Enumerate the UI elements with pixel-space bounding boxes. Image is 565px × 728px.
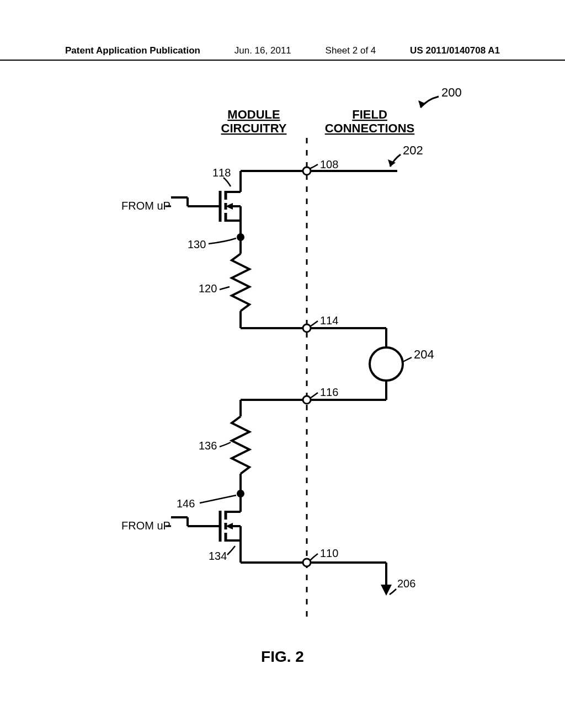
- ref-206-text: 206: [397, 577, 415, 590]
- device-204: 204: [370, 347, 434, 400]
- ref-202-text: 202: [403, 143, 423, 157]
- terminal-108: 108 202: [303, 143, 423, 175]
- svg-line-22: [220, 287, 230, 290]
- resistor-120: 120: [199, 237, 249, 328]
- from-up-2-text: FROM uP: [121, 520, 170, 532]
- circuit-diagram: MODULE CIRCUITRY FIELD CONNECTIONS 200 1…: [0, 66, 565, 645]
- ref-204-text: 204: [414, 347, 434, 361]
- ref-114-text: 114: [320, 314, 338, 326]
- ref-108-text: 108: [320, 158, 338, 170]
- ref-110-text: 110: [320, 547, 338, 559]
- ref-116-text: 116: [320, 386, 338, 398]
- svg-point-24: [303, 324, 311, 332]
- svg-point-27: [370, 347, 403, 381]
- svg-point-50: [303, 559, 311, 566]
- svg-point-30: [303, 396, 311, 404]
- field-connections-line1: FIELD: [352, 108, 387, 121]
- header-sheet: Sheet 2 of 4: [326, 45, 376, 56]
- terminal-110: 110: [241, 547, 386, 566]
- ref-120-text: 120: [199, 282, 217, 295]
- module-circuitry-line2: CIRCUITRY: [221, 121, 287, 135]
- ref-202: 202: [388, 143, 423, 167]
- fet-118: 118: [171, 167, 241, 237]
- header-pubno: US 2011/0140708 A1: [410, 45, 500, 56]
- field-connections-line2: CONNECTIONS: [325, 121, 415, 135]
- header-publication: Patent Application Publication: [65, 45, 200, 56]
- ref-200: 200: [418, 85, 462, 108]
- figure-area: MODULE CIRCUITRY FIELD CONNECTIONS 200 1…: [0, 66, 565, 645]
- ref-134-text: 134: [209, 550, 227, 562]
- ref-118-text: 118: [212, 167, 231, 179]
- ground-206: 206: [381, 563, 415, 596]
- heading-field-connections: FIELD CONNECTIONS: [325, 108, 415, 135]
- ref-200-text: 200: [441, 85, 462, 99]
- node-130: 130: [188, 233, 244, 250]
- from-up-1: FROM uP: [121, 200, 171, 212]
- ref-146-text: 146: [177, 497, 195, 510]
- heading-module-circuitry: MODULE CIRCUITRY: [221, 108, 287, 135]
- terminal-116: 116: [241, 386, 386, 404]
- page-header: Patent Application Publication Jun. 16, …: [0, 45, 565, 61]
- node-146: 146: [177, 490, 244, 510]
- terminal-114: 114: [241, 314, 386, 347]
- module-circuitry-line1: MODULE: [227, 108, 280, 121]
- from-up-1-text: FROM uP: [121, 200, 170, 212]
- from-up-2: FROM uP: [121, 520, 171, 532]
- ref-130-text: 130: [188, 238, 206, 250]
- figure-caption: FIG. 2: [0, 648, 565, 666]
- ref-136-text: 136: [199, 440, 217, 452]
- header-date: Jun. 16, 2011: [234, 45, 291, 56]
- resistor-136: 136: [199, 400, 249, 494]
